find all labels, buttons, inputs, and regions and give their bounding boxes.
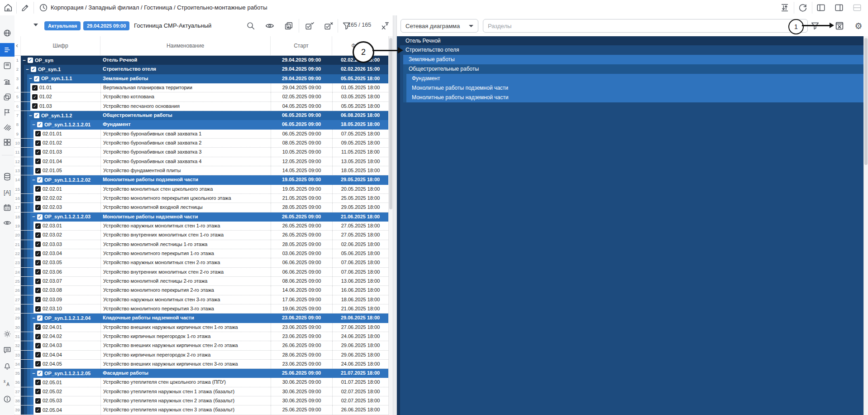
collapse-minus[interactable]: − xyxy=(32,176,35,184)
row-checkbox[interactable]: ✓ xyxy=(32,94,38,100)
table-row-task[interactable]: 36✓02.05.01Устройство утеплителя стен цо… xyxy=(14,378,388,387)
table-row-task[interactable]: 23✓02.03.05Устройство наружных монолитны… xyxy=(14,258,388,267)
row-checkbox[interactable]: ✓ xyxy=(32,103,38,109)
table-row-group[interactable]: 35−✓OP_syn.1.1.2.1.2.05Фасадные работы25… xyxy=(14,369,388,378)
clear-filter-icon[interactable] xyxy=(379,20,390,31)
row-checkbox[interactable]: ✓ xyxy=(31,67,36,72)
row-checkbox[interactable]: ✓ xyxy=(35,398,41,404)
row-checkbox[interactable]: ✓ xyxy=(35,334,41,339)
row-checkbox[interactable]: ✓ xyxy=(35,352,41,357)
row-checkbox[interactable]: ✓ xyxy=(35,232,41,238)
table-row-task[interactable]: 32✓02.04.03Устройство внешних наружных к… xyxy=(14,341,388,350)
row-checkbox[interactable]: ✓ xyxy=(35,205,41,210)
table-row-task[interactable]: 25✓02.03.07Устройство монолитной лестниц… xyxy=(14,277,388,286)
table-row-task[interactable]: 27✓02.03.09Устройство наружных монолитны… xyxy=(14,295,388,304)
breadcrumb[interactable]: Корпорация / Западный филиал / Гостиница… xyxy=(51,0,267,15)
edit-pencil-icon[interactable] xyxy=(20,2,31,13)
row-checkbox[interactable]: ✓ xyxy=(35,380,41,385)
table-row-task[interactable]: 4✓01.01Вертикальная планировка территори… xyxy=(14,83,388,92)
table-row-task[interactable]: 6✓01.03Устройство песчаного основания04.… xyxy=(14,102,388,111)
refresh-icon[interactable] xyxy=(797,2,808,13)
table-row-task[interactable]: 22✓02.03.04Устройство монолитного перекр… xyxy=(14,249,388,258)
table-row-task[interactable]: 20✓02.03.02Устройство внутренних монолит… xyxy=(14,231,388,240)
plan-dropdown-caret[interactable] xyxy=(33,24,38,26)
collapse-table-chevron[interactable]: ‹ xyxy=(16,41,18,49)
row-checkbox[interactable]: ✓ xyxy=(35,159,41,164)
translate-icon[interactable]: x̄A xyxy=(3,378,12,387)
row-checkbox[interactable]: ✓ xyxy=(35,269,41,275)
collapse-minus[interactable]: − xyxy=(29,74,32,83)
close-panel-icon[interactable] xyxy=(834,20,845,31)
collapse-minus[interactable]: − xyxy=(26,65,29,74)
uncheck-all-icon[interactable] xyxy=(323,20,334,31)
row-checkbox[interactable]: ✓ xyxy=(35,260,41,265)
table-row-group[interactable]: 8−✓OP_syn.1.1.2.1.2.01Фундамент06.05.202… xyxy=(14,120,388,129)
row-checkbox[interactable]: ✓ xyxy=(35,288,41,293)
table-row-group[interactable]: 2−✓OP_syn.1Строительство отеля29.04.2025… xyxy=(14,65,388,74)
table-row-task[interactable]: 33✓02.04.04Устройство кирпичных перегоро… xyxy=(14,351,388,360)
row-height-sort-icon[interactable] xyxy=(779,2,790,13)
eye-icon[interactable] xyxy=(264,20,275,31)
row-checkbox[interactable]: ✓ xyxy=(35,407,41,413)
table-row-task[interactable]: 30✓02.04.01Устройство внешних наружных к… xyxy=(14,323,388,332)
table-row-task[interactable]: 21✓02.03.03Устройство монолитной лестниц… xyxy=(14,240,388,249)
collapse-minus[interactable]: − xyxy=(29,111,32,120)
split-panel-vertical-icon[interactable] xyxy=(834,2,844,13)
row-checkbox[interactable]: ✓ xyxy=(37,177,43,183)
split-panel-left-icon[interactable] xyxy=(816,2,826,13)
info-icon[interactable] xyxy=(3,395,12,404)
table-row-task[interactable]: 28✓02.03.10Устройство монолитного перекр… xyxy=(14,304,388,314)
row-checkbox[interactable]: ✓ xyxy=(34,76,39,82)
row-checkbox[interactable]: ✓ xyxy=(35,306,41,312)
row-checkbox[interactable]: ✓ xyxy=(32,85,38,91)
row-checkbox[interactable]: ✓ xyxy=(35,251,41,256)
row-checkbox[interactable]: ✓ xyxy=(35,343,41,348)
layered-windows-icon[interactable] xyxy=(3,92,12,101)
diagram-band-project[interactable]: Строительство отеля xyxy=(400,45,863,55)
row-checkbox[interactable]: ✓ xyxy=(35,186,41,192)
diagram-band-obsh[interactable]: Общестроительные работы xyxy=(403,64,863,74)
table-row-task[interactable]: 37✓02.05.02Устройство утеплителя наружны… xyxy=(14,387,388,396)
search-icon[interactable] xyxy=(245,20,256,31)
hatch-lines-icon[interactable] xyxy=(3,123,12,132)
sidebar-item-outline-active[interactable] xyxy=(0,43,14,57)
row-checkbox[interactable]: ✓ xyxy=(37,214,43,220)
split-panel-horizontal-icon[interactable] xyxy=(852,2,863,13)
table-row-task[interactable]: 19✓02.03.01Устройство наружных монолитны… xyxy=(14,222,388,231)
diagram-band-mon_nad[interactable]: Монолитные работы надземной части xyxy=(406,93,863,102)
flag-icon[interactable] xyxy=(3,108,12,117)
table-row-group[interactable]: 18−✓OP_syn.1.1.2.1.2.03Монолитные работы… xyxy=(14,212,388,222)
bell-icon[interactable] xyxy=(3,362,12,371)
table-row-task[interactable]: 24✓02.03.06Устройство внутренних монолит… xyxy=(14,268,388,277)
table-row-group[interactable]: 1−✓OP_synОтель Речной29.04.2025 09:0002.… xyxy=(14,56,388,65)
gear-icon[interactable]: ⚙ xyxy=(853,20,864,31)
calendar-icon[interactable] xyxy=(3,203,12,212)
table-row-group[interactable]: 3−✓OP_syn.1.1.1Земляные работы29.04.2025… xyxy=(14,74,388,83)
check-all-icon[interactable] xyxy=(304,20,315,31)
row-checkbox[interactable]: ✓ xyxy=(35,297,41,302)
table-row-task[interactable]: 12✓02.01.04Устройство буронабивных свай … xyxy=(14,157,388,166)
row-checkbox[interactable]: ✓ xyxy=(28,58,33,63)
brightness-icon[interactable] xyxy=(3,329,12,338)
collapse-minus[interactable]: − xyxy=(32,212,35,221)
collapse-minus[interactable]: − xyxy=(32,314,35,323)
eye-icon[interactable] xyxy=(3,218,12,227)
table-row-group[interactable]: 7−✓OP_syn.1.1.2Общестроительные работы06… xyxy=(14,111,388,120)
table-row-task[interactable]: 9✓02.01.01Устройство буронабивных свай з… xyxy=(14,130,388,139)
dashboard-grid-icon[interactable] xyxy=(3,138,12,147)
row-checkbox[interactable]: ✓ xyxy=(35,140,41,146)
table-row-task[interactable]: 13✓02.01.05Устройство фундаментной плиты… xyxy=(14,166,388,175)
table-row-task[interactable]: 34✓02.04.05Устройство внешних наружных к… xyxy=(14,360,388,369)
row-checkbox[interactable]: ✓ xyxy=(35,150,41,155)
history-clock-icon[interactable] xyxy=(38,2,49,13)
row-checkbox[interactable]: ✓ xyxy=(35,131,41,136)
database-icon[interactable] xyxy=(3,172,12,181)
row-checkbox[interactable]: ✓ xyxy=(35,279,41,284)
row-checkbox[interactable]: ✓ xyxy=(34,113,39,118)
globe-icon[interactable] xyxy=(3,29,12,38)
row-checkbox[interactable]: ✓ xyxy=(37,122,43,127)
row-checkbox[interactable]: ✓ xyxy=(35,324,41,330)
table-row-task[interactable]: 39✓02.05.04Устройство утеплителя наружны… xyxy=(14,405,388,415)
copy-structure-icon[interactable] xyxy=(283,20,294,31)
chart-icon[interactable] xyxy=(3,77,12,86)
